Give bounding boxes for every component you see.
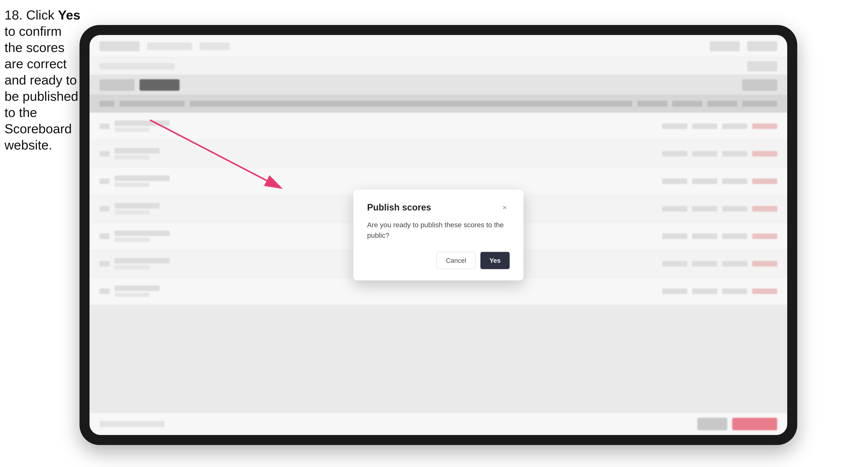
dialog-header: Publish scores × [367,202,510,213]
dialog-close-button[interactable]: × [500,203,510,213]
cancel-button[interactable]: Cancel [437,252,475,269]
tablet: Publish scores × Are you ready to publis… [80,25,797,445]
dialog-footer: Cancel Yes [367,252,510,269]
instruction-text: 18. Click Yes to confirm the scores are … [4,7,82,153]
tablet-screen: Publish scores × Are you ready to publis… [90,35,787,435]
publish-scores-dialog: Publish scores × Are you ready to publis… [353,190,523,280]
yes-button[interactable]: Yes [480,252,510,269]
dialog-title: Publish scores [367,202,431,213]
bold-yes: Yes [58,8,81,22]
dialog-body: Are you ready to publish these scores to… [367,220,510,241]
step-number: 18. [4,8,23,22]
